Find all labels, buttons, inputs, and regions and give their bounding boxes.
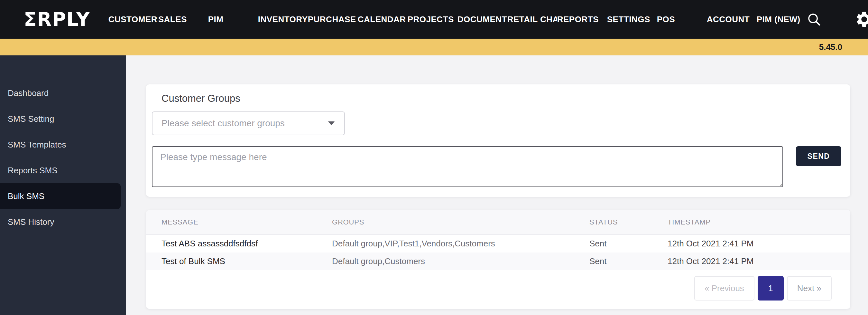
- send-button[interactable]: SEND: [796, 146, 841, 166]
- nav-sales[interactable]: SALES: [158, 15, 208, 25]
- page-1-button[interactable]: 1: [758, 276, 784, 300]
- previous-page-button[interactable]: « Previous: [694, 276, 754, 300]
- nav-projects[interactable]: PROJECTS: [408, 15, 458, 25]
- cell-message: Test ABS assassddfsdfdsf: [146, 239, 332, 249]
- nav-reports[interactable]: REPORTS: [557, 15, 607, 25]
- compose-sms-card: Customer Groups Please select customer g…: [146, 84, 850, 197]
- nav-retail-chain[interactable]: RETAIL CHAIN: [507, 15, 557, 25]
- column-header-timestamp: TIMESTAMP: [668, 218, 850, 226]
- nav-pim[interactable]: PIM: [208, 15, 258, 25]
- cell-timestamp: 12th Oct 2021 2:41 PM: [668, 239, 850, 249]
- search-icon[interactable]: [807, 12, 822, 27]
- cell-status: Sent: [589, 256, 668, 266]
- sms-history-table: MESSAGE GROUPS STATUS TIMESTAMP Test ABS…: [146, 210, 850, 309]
- cell-groups: Default group,Customers: [332, 256, 589, 266]
- message-input[interactable]: [152, 146, 783, 187]
- table-row: Test ABS assassddfsdfdsf Default group,V…: [146, 235, 850, 253]
- nav-account[interactable]: ACCOUNT: [707, 15, 757, 25]
- version-banner: 5.45.0: [0, 39, 868, 55]
- sidebar-item-sms-setting[interactable]: SMS Setting: [0, 106, 121, 132]
- nav-purchase[interactable]: PURCHASE: [308, 15, 358, 25]
- main-nav: CUSTOMERS SALES PIM INVENTORY PURCHASE C…: [108, 15, 807, 25]
- column-header-groups: GROUPS: [332, 218, 589, 226]
- nav-pim-new[interactable]: PIM (NEW): [757, 15, 807, 25]
- cell-timestamp: 12th Oct 2021 2:41 PM: [668, 256, 850, 266]
- pagination: « Previous 1 Next »: [146, 270, 850, 305]
- sidebar-item-bulk-sms[interactable]: Bulk SMS: [0, 183, 121, 209]
- sidebar-item-dashboard[interactable]: Dashboard: [0, 80, 121, 106]
- gear-icon[interactable]: [855, 10, 868, 29]
- cell-status: Sent: [589, 239, 668, 249]
- page-title: Customer Groups: [161, 93, 841, 104]
- customer-groups-select[interactable]: Please select customer groups: [152, 111, 345, 135]
- sidebar-item-reports-sms[interactable]: Reports SMS: [0, 158, 121, 183]
- cell-message: Test of Bulk SMS: [146, 256, 332, 266]
- sidebar: Dashboard SMS Setting SMS Templates Repo…: [0, 55, 126, 315]
- table-header-row: MESSAGE GROUPS STATUS TIMESTAMP: [146, 210, 850, 235]
- column-header-message: MESSAGE: [146, 218, 332, 226]
- cell-groups: Default group,VIP,Test1,Vendors,Customer…: [332, 239, 589, 249]
- nav-calendar[interactable]: CALENDAR: [358, 15, 408, 25]
- topbar: ΣRPLY CUSTOMERS SALES PIM INVENTORY PURC…: [0, 0, 868, 39]
- sidebar-item-sms-templates[interactable]: SMS Templates: [0, 132, 121, 158]
- sidebar-item-sms-history[interactable]: SMS History: [0, 209, 121, 235]
- version-label: 5.45.0: [819, 42, 842, 52]
- main-content: Customer Groups Please select customer g…: [126, 55, 868, 315]
- topbar-icons: [807, 10, 868, 29]
- nav-customers[interactable]: CUSTOMERS: [108, 15, 158, 25]
- chevron-down-icon: [328, 121, 335, 125]
- nav-inventory[interactable]: INVENTORY: [258, 15, 308, 25]
- table-row: Test of Bulk SMS Default group,Customers…: [146, 253, 850, 270]
- nav-settings[interactable]: SETTINGS: [607, 15, 657, 25]
- nav-pos[interactable]: POS: [657, 15, 707, 25]
- customer-groups-select-placeholder: Please select customer groups: [161, 118, 285, 128]
- next-page-button[interactable]: Next »: [787, 276, 832, 300]
- column-header-status: STATUS: [589, 218, 668, 226]
- nav-documents[interactable]: DOCUMENTS: [458, 15, 507, 25]
- erply-logo[interactable]: ΣRPLY: [24, 8, 90, 30]
